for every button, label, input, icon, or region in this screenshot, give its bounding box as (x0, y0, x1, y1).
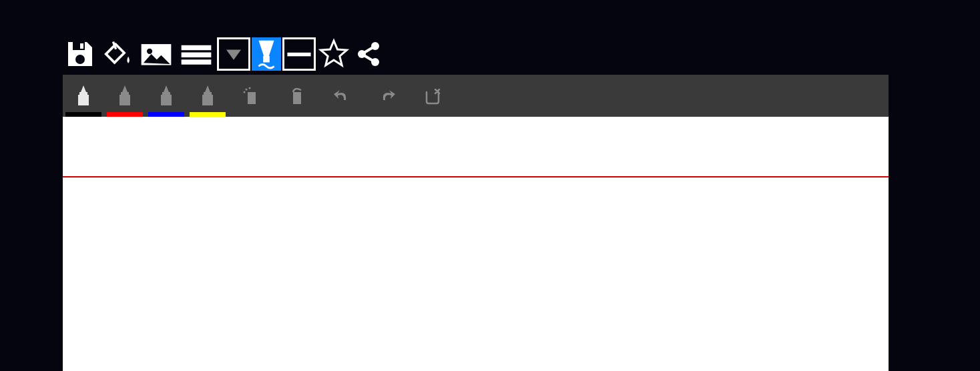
svg-rect-28 (293, 92, 301, 104)
redo-button[interactable] (364, 75, 410, 117)
canvas-guide-line (63, 176, 889, 177)
svg-point-2 (75, 55, 85, 64)
svg-point-5 (147, 49, 152, 54)
pen-tip-icon (77, 85, 90, 107)
fill-button[interactable] (98, 37, 136, 71)
clean-eraser-button[interactable] (228, 75, 274, 117)
star-outline-icon (318, 38, 350, 70)
pen-color-swatch (148, 112, 184, 117)
pen-toolbar (63, 75, 889, 117)
svg-rect-17 (78, 95, 89, 105)
dropdown-button[interactable] (217, 37, 250, 71)
pen-color-swatch (65, 112, 101, 117)
svg-rect-6 (182, 45, 212, 50)
pen-color-swatch (190, 112, 226, 117)
svg-rect-22 (204, 92, 212, 95)
line-weight-button[interactable] (177, 37, 216, 71)
save-button[interactable] (63, 37, 97, 71)
svg-rect-18 (121, 92, 129, 95)
clear-page-button[interactable] (410, 75, 455, 117)
svg-point-27 (244, 91, 246, 93)
image-icon (140, 38, 172, 70)
insert-image-button[interactable] (137, 37, 176, 71)
undo-button[interactable] (319, 75, 364, 117)
redo-icon (378, 87, 397, 105)
svg-line-14 (362, 46, 375, 54)
svg-rect-7 (182, 53, 212, 57)
strikethrough-button[interactable] (282, 37, 316, 71)
line-weight-icon (180, 38, 212, 70)
drawing-canvas[interactable] (63, 117, 889, 371)
pen-tip-icon (118, 85, 132, 107)
svg-line-15 (362, 54, 375, 62)
strikethrough-icon (284, 38, 314, 70)
svg-rect-19 (119, 95, 130, 105)
pen-tip-icon (160, 85, 173, 107)
svg-rect-21 (161, 95, 172, 105)
pen-blue-button[interactable] (146, 75, 187, 117)
svg-rect-16 (79, 92, 87, 95)
svg-rect-10 (287, 53, 310, 57)
svg-rect-24 (248, 92, 256, 104)
pen-red-button[interactable] (104, 75, 146, 117)
svg-rect-8 (182, 59, 212, 64)
undo-icon (332, 87, 351, 105)
eraser-button[interactable] (274, 75, 319, 117)
favorite-button[interactable] (317, 37, 350, 71)
pen-yellow-button[interactable] (187, 75, 228, 117)
pen-black-button[interactable] (63, 75, 104, 117)
clear-page-icon (423, 87, 442, 105)
svg-rect-9 (263, 56, 270, 63)
svg-point-26 (249, 87, 251, 89)
pen-tip-icon (201, 85, 214, 107)
paint-bucket-icon (101, 38, 133, 70)
highlighter-icon (252, 38, 281, 70)
svg-rect-1 (80, 43, 83, 49)
svg-rect-20 (162, 92, 170, 95)
save-icon (64, 38, 96, 70)
eraser-icon (287, 87, 306, 105)
pen-color-swatch (107, 112, 143, 117)
share-icon (352, 38, 385, 70)
svg-point-25 (246, 88, 248, 90)
share-button[interactable] (352, 37, 385, 71)
dropdown-triangle-icon (219, 38, 248, 70)
clean-eraser-icon (242, 87, 260, 105)
svg-rect-23 (202, 95, 213, 105)
main-toolbar (0, 0, 980, 75)
highlighter-button[interactable] (252, 37, 281, 71)
